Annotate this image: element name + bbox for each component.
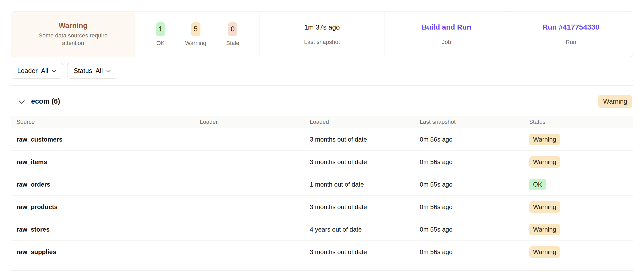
cell-source: raw_items [16,158,200,166]
filter-bar: Loader All Status All [11,63,633,79]
table-row[interactable]: raw_supplies 3 months out of date 0m 56s… [11,241,633,263]
cell-source: raw_customers [16,136,200,143]
status-badge: Warning [529,246,560,258]
job-link[interactable]: Build and Run [422,23,471,31]
last-snapshot-value: 1m 37s ago [304,23,340,31]
cell-last-snapshot: 0m 56s ago [420,248,529,256]
group-header-ecom[interactable]: ecom (6) Warning [11,95,633,108]
loader-filter-dropdown[interactable]: Loader All [11,63,63,79]
summary-bar: Warning Some data sources require attent… [11,12,633,57]
cell-loaded: 4 years out of date [310,226,420,233]
status-badge: Warning [529,156,560,168]
counter-stale-value: 0 [228,22,237,36]
column-header-status: Status [529,119,628,125]
cell-loaded: 3 months out of date [310,203,420,211]
summary-run: Run #417754330 Run [509,12,633,57]
status-filter-dropdown[interactable]: Status All [67,63,118,79]
status-badge: Warning [529,224,560,235]
summary-job: Build and Run Job [384,12,509,57]
chevron-down-icon [19,100,25,104]
run-label: Run [566,39,576,46]
page: Warning Some data sources require attent… [0,0,644,271]
loader-filter-value: All [41,67,48,75]
cell-last-snapshot: 0m 56s ago [420,203,529,211]
cell-last-snapshot: 0m 56s ago [420,158,529,166]
counter-ok: 1 OK [156,22,165,47]
section-divider [11,85,633,86]
cell-source: raw_products [16,203,200,211]
counter-warning: 5 Warning [185,22,206,47]
cell-last-snapshot: 0m 55s ago [420,181,529,188]
cell-status: Warning [529,134,628,145]
counter-warning-value: 5 [191,22,200,36]
cell-source: raw_orders [16,181,200,188]
status-badge: Warning [529,201,560,213]
counter-warning-label: Warning [185,40,206,47]
table-row[interactable]: raw_items 3 months out of date 0m 56s ag… [11,151,633,173]
cell-status: Warning [529,156,628,168]
job-label: Job [442,39,451,46]
cell-status: Warning [529,246,628,258]
cell-source: raw_supplies [16,248,200,256]
status-badge: Warning [529,134,560,145]
sources-table: Source Loader Loaded Last snapshot Statu… [11,116,633,263]
next-section-divider [11,270,633,271]
column-header-last-snapshot: Last snapshot [420,119,529,125]
chevron-down-icon [106,70,111,72]
chevron-down-icon [52,70,56,72]
summary-status-card: Warning Some data sources require attent… [11,12,135,57]
cell-loaded: 3 months out of date [310,136,420,143]
counter-stale: 0 Stale [226,22,239,47]
cell-loaded: 1 month out of date [310,181,420,188]
column-header-loaded: Loaded [310,119,420,125]
column-header-source: Source [16,119,200,125]
loader-filter-label: Loader [17,67,38,75]
cell-status: OK [529,179,628,190]
run-link[interactable]: Run #417754330 [542,23,599,31]
summary-last-snapshot: 1m 37s ago Last snapshot [260,12,384,57]
status-filter-label: Status [74,67,92,75]
cell-source: raw_stores [16,226,200,233]
table-row[interactable]: raw_orders 1 month out of date 0m 55s ag… [11,173,633,196]
group-status-badge: Warning [598,95,632,108]
cell-last-snapshot: 0m 55s ago [420,226,529,233]
group-name: ecom (6) [31,97,60,105]
status-filter-value: All [96,67,103,75]
cell-loaded: 3 months out of date [310,248,420,256]
cell-status: Warning [529,224,628,235]
cell-loaded: 3 months out of date [310,158,420,166]
table-row[interactable]: raw_stores 4 years out of date 0m 55s ag… [11,218,633,241]
table-body: raw_customers 3 months out of date 0m 56… [11,128,633,263]
counter-ok-value: 1 [156,22,165,36]
summary-status-subtitle: Some data sources require attention [31,32,115,47]
summary-status-title: Warning [59,21,88,30]
counter-ok-label: OK [156,40,165,47]
table-row[interactable]: raw_customers 3 months out of date 0m 56… [11,128,633,151]
table-row[interactable]: raw_products 3 months out of date 0m 56s… [11,196,633,218]
table-header: Source Loader Loaded Last snapshot Statu… [11,116,633,128]
column-header-loader: Loader [200,119,310,125]
status-badge: OK [529,179,546,190]
cell-last-snapshot: 0m 56s ago [420,136,529,143]
summary-counters: 1 OK 5 Warning 0 Stale [135,12,260,57]
cell-status: Warning [529,201,628,213]
last-snapshot-label: Last snapshot [304,39,340,46]
counter-stale-label: Stale [226,40,239,47]
